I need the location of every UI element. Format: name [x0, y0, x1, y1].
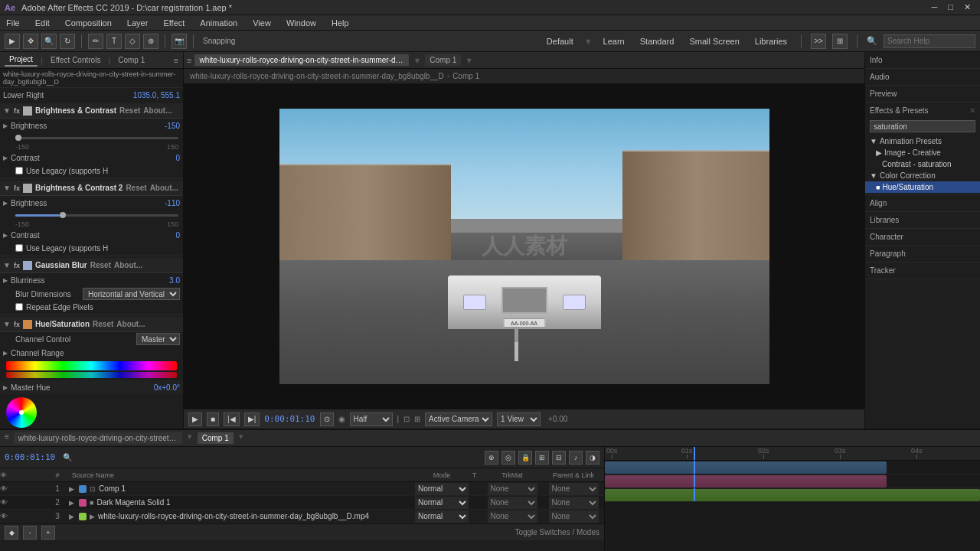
views-select[interactable]: 1 View 2 Views 4 Views [497, 412, 541, 426]
layer2-mode-select[interactable]: Normal [415, 497, 469, 509]
menu-file[interactable]: File [3, 17, 23, 29]
layer1-visibility[interactable]: 👁 [0, 484, 15, 493]
layer1-pl-select[interactable]: None [549, 483, 599, 495]
effect-header-bc1[interactable]: ▼ fx Brightness & Contrast Reset About..… [0, 103, 183, 119]
preview-stop-btn[interactable]: ■ [207, 412, 219, 426]
workspace-icon[interactable]: ⊞ [832, 34, 848, 49]
tab-comp1[interactable]: Comp 1 [113, 54, 149, 66]
layer2-trk-select[interactable]: None [488, 497, 537, 509]
menu-edit[interactable]: Edit [32, 17, 53, 29]
ram-preview-btn[interactable]: ⊙ [320, 412, 334, 426]
close-btn[interactable]: ✕ [964, 2, 971, 12]
menu-layer[interactable]: Layer [124, 17, 152, 29]
layer2-trk[interactable]: None [482, 497, 543, 509]
maximize-btn[interactable]: □ [948, 2, 953, 12]
legacy-check-2[interactable] [15, 244, 23, 252]
preview-fwd-btn[interactable]: ▶| [244, 412, 260, 426]
layer-row-1[interactable]: 👁 1 ▶ ⊡ Comp 1 Normal [0, 482, 604, 496]
layer1-trk[interactable]: None [482, 483, 543, 495]
camera-view-select[interactable]: Active Camera Front Top [425, 412, 492, 426]
effects-presets-expand[interactable]: ✕ [969, 106, 975, 115]
comp-tab-main[interactable]: white-luxury-rolls-royce-driving-on-city… [194, 54, 409, 66]
layer2-mode[interactable]: Normal [411, 497, 472, 509]
repeat-edge-pixels[interactable]: Repeat Edge Pixels [0, 301, 183, 313]
render-quality-select[interactable]: Half Full Quarter [350, 412, 393, 426]
workspace-libraries[interactable]: Libraries [750, 35, 792, 47]
solo-btn[interactable]: ◎ [501, 451, 515, 465]
layer1-mode[interactable]: Normal [411, 483, 472, 495]
blur-dimensions-select[interactable]: Horizontal and Vertical Horizontal Verti… [83, 288, 180, 300]
layer3-pl-select[interactable]: None [549, 510, 599, 523]
workspace-small-screen[interactable]: Small Screen [684, 35, 743, 47]
preview-back-btn[interactable]: |◀ [224, 412, 240, 426]
about-link-gb[interactable]: About... [114, 261, 142, 269]
section-audio-title[interactable]: Audio [865, 70, 980, 83]
layer1-pl[interactable]: None [543, 483, 604, 495]
reset-link-gb[interactable]: Reset [90, 261, 111, 269]
panel-menu-icon[interactable]: ≡ [174, 56, 178, 65]
layer3-trk-select[interactable]: None [488, 510, 537, 523]
tool-zoom[interactable]: 🔍 [41, 34, 57, 49]
search-input[interactable] [884, 34, 975, 48]
menu-composition[interactable]: Composition [62, 17, 115, 29]
tool-camera[interactable]: 📷 [172, 34, 187, 49]
track-block-1[interactable] [605, 461, 887, 474]
section-character-title[interactable]: Character [865, 230, 980, 243]
menu-help[interactable]: Help [328, 17, 352, 29]
playhead[interactable] [694, 447, 695, 460]
about-link-bc1[interactable]: About... [143, 106, 172, 115]
toggle-switches-label[interactable]: Toggle Switches / Modes [514, 528, 599, 536]
animation-presets-folder[interactable]: ▼ Animation Presets [865, 135, 980, 147]
menu-effect[interactable]: Effect [160, 17, 188, 29]
comp-tab-comp1[interactable]: Comp 1 [425, 54, 461, 66]
layer2-pl-select[interactable]: None [549, 497, 599, 509]
layer3-mode[interactable]: Normal [411, 510, 472, 523]
section-paragraph-title[interactable]: Paragraph [865, 247, 980, 260]
zoom-in-btn[interactable]: + [41, 526, 55, 540]
color-correction-folder[interactable]: ▼ Color Correction [865, 170, 980, 181]
layer1-expand[interactable]: ▶ [69, 485, 74, 493]
section-preview-title[interactable]: Preview [865, 87, 980, 100]
preview-play-btn[interactable]: ▶ [188, 412, 202, 426]
minimize-btn[interactable]: ─ [932, 2, 938, 12]
layer3-pl[interactable]: None [543, 510, 604, 523]
collapse-all-btn[interactable]: ⊟ [552, 451, 566, 465]
layer2-expand[interactable]: ▶ [69, 499, 74, 507]
brightness-slider[interactable] [0, 132, 183, 143]
reset-link-bc1[interactable]: Reset [119, 106, 140, 115]
tool-pen[interactable]: ✏ [88, 34, 103, 49]
menu-window[interactable]: Window [283, 17, 319, 29]
brightness-slider-2[interactable] [0, 210, 183, 220]
add-marker-btn[interactable]: ◆ [5, 526, 18, 540]
layer-row-2[interactable]: 👁 2 ▶ ■ Dark Magenta Solid 1 Normal [0, 496, 604, 510]
tool-text[interactable]: T [106, 34, 122, 49]
timeline-tab-main[interactable]: white-luxury-rolls-royce-driving-on-city… [14, 432, 182, 444]
lock-all-btn[interactable]: 🔒 [518, 451, 532, 465]
new-comp-btn[interactable]: ⊕ [485, 451, 498, 465]
reset-link-bc2[interactable]: Reset [126, 184, 146, 192]
layer1-mode-select[interactable]: Normal [415, 483, 469, 495]
motion-blur-btn[interactable]: ◑ [586, 451, 599, 465]
track-block-3[interactable] [605, 489, 980, 501]
legacy-checkbox-2[interactable]: Use Legacy (supports H [0, 242, 183, 254]
tool-rotate[interactable]: ↻ [60, 34, 75, 49]
effect-header-bc2[interactable]: ▼ fx Brightness & Contrast 2 Reset About… [0, 181, 183, 196]
workspace-standard[interactable]: Standard [635, 35, 679, 47]
zoom-out-btn[interactable]: - [23, 526, 37, 540]
contrast-saturation-item[interactable]: Contrast - saturation [865, 158, 980, 170]
channel-control-select[interactable]: Master [136, 333, 180, 345]
tool-select[interactable]: ▶ [5, 34, 20, 49]
effects-search-input[interactable] [870, 120, 975, 132]
workspace-default[interactable]: Default [542, 35, 578, 47]
menu-view[interactable]: View [250, 17, 274, 29]
legacy-checkbox-1[interactable]: Use Legacy (supports H [0, 165, 183, 177]
about-link-hs[interactable]: About... [116, 320, 145, 328]
layer3-expand[interactable]: ▶ [69, 513, 74, 520]
section-effects-title[interactable]: Effects & Presets ✕ [865, 104, 980, 117]
layer-row-3[interactable]: 👁 3 ▶ ▶ white-luxury-rolls-royce-driving… [0, 510, 604, 523]
layer2-visibility[interactable]: 👁 [0, 498, 15, 507]
workspace-options[interactable]: >> [811, 34, 826, 49]
timeline-tab-comp1[interactable]: Comp 1 [198, 432, 234, 444]
image-creative-folder[interactable]: ▶ Image - Creative [865, 147, 980, 158]
reset-link-hs[interactable]: Reset [93, 320, 113, 328]
